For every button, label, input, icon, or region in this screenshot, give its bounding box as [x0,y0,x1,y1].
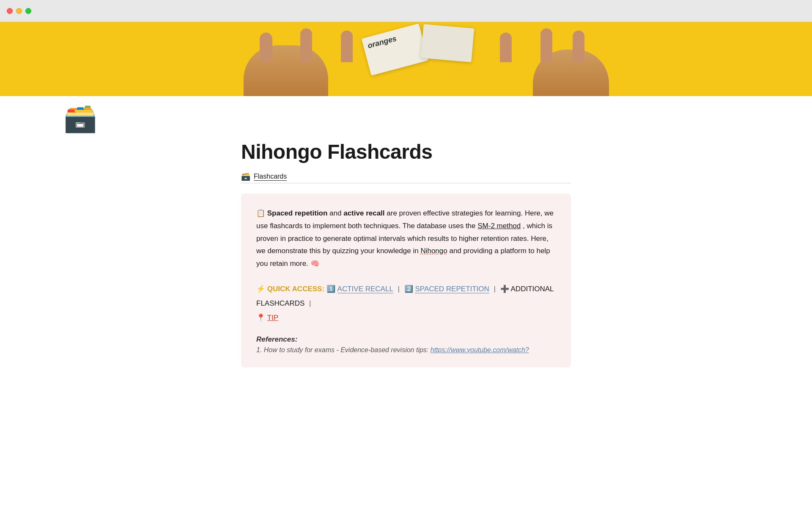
and-text: and [329,209,343,217]
info-paragraph: 📋 Spaced repetition and active recall ar… [256,207,556,270]
number-1-icon: 1️⃣ [326,285,335,293]
clipboard-icon: 📋 [256,209,265,217]
number-2-icon: 2️⃣ [404,285,413,293]
tip-link[interactable]: TIP [267,314,278,322]
reference-1-text: 1. How to study for exams - Evidence-bas… [256,346,431,353]
page-icon: 🗃️ [63,103,97,133]
references-section: References: 1. How to study for exams - … [256,335,556,354]
page-title: Nihongo Flashcards [241,140,571,163]
sm2-link[interactable]: SM-2 method [477,222,521,230]
active-recall-text: active recall [343,209,384,217]
breadcrumb: 🗃️ Flashcards [241,172,571,183]
hero-illustration: oranges [0,22,812,96]
window-chrome [0,0,812,22]
spaced-repetition-text: Spaced repetition [267,209,328,217]
separator-1: | [398,285,400,293]
page-icon-area: 🗃️ [0,96,812,132]
quick-access-section: ⚡ QUICK ACCESS: 1️⃣ ACTIVE RECALL | 2️⃣ … [256,282,556,325]
references-title: References: [256,335,556,344]
flashcard-visual-2 [421,24,475,62]
breadcrumb-icon: 🗃️ [241,172,250,181]
quick-access-label: ⚡ QUICK ACCESS: [256,285,324,293]
content-area: Nihongo Flashcards 🗃️ Flashcards 📋 Space… [173,132,639,393]
close-button[interactable] [7,8,13,14]
active-recall-link[interactable]: ACTIVE RECALL [337,285,393,293]
pin-icon: 📍 [256,314,265,322]
breadcrumb-link[interactable]: Flashcards [254,173,287,181]
reference-1-link[interactable]: https://www.youtube.com/watch? [431,346,529,353]
hero-banner: oranges [0,22,812,96]
nihongo-text: Nihongo [420,247,447,255]
separator-2: | [494,285,496,293]
traffic-lights [7,8,31,14]
separator-3: | [309,299,311,307]
info-box: 📋 Spaced repetition and active recall ar… [241,193,571,367]
fullscreen-button[interactable] [25,8,31,14]
minimize-button[interactable] [16,8,22,14]
reference-item-1: 1. How to study for exams - Evidence-bas… [256,346,556,354]
spaced-repetition-link[interactable]: SPACED REPETITION [415,285,489,293]
